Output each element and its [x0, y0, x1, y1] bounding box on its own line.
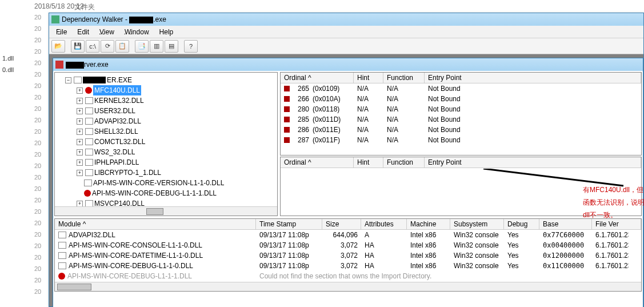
col-hint2[interactable]: Hint: [354, 157, 383, 168]
expand-icon[interactable]: +: [77, 87, 83, 94]
imports-grid[interactable]: Ordinal ^ Hint Function Entry Point 265 …: [280, 72, 642, 156]
menu-view[interactable]: View: [95, 27, 119, 37]
tree-hscrollbar[interactable]: [55, 206, 277, 216]
dependency-tree-pane[interactable]: − ER.EXE+ MFC140U.DLL+ KERNEL32.DLL+ USE…: [54, 72, 278, 216]
col-ts[interactable]: Time Stamp: [256, 219, 322, 229]
col-dbg[interactable]: Debug: [504, 219, 539, 229]
expand-icon[interactable]: +: [77, 149, 83, 156]
menu-edit[interactable]: Edit: [73, 27, 94, 37]
import-row[interactable]: 265 (0x0109)N/AN/ANot Bound: [281, 83, 641, 94]
ordinal-icon: [284, 137, 290, 143]
expand-icon[interactable]: −: [65, 77, 71, 83]
tree-root[interactable]: − ER.EXE: [56, 75, 276, 85]
tree-label: IPHLPAPI.DLL: [94, 157, 139, 168]
help-button[interactable]: ?: [184, 40, 198, 53]
module-icon: [85, 107, 93, 114]
col-hint[interactable]: Hint: [354, 73, 383, 83]
col-module[interactable]: Module ^: [55, 219, 256, 229]
tree-item[interactable]: + COMCTL32.DLL: [56, 137, 276, 147]
tree-item[interactable]: + SHELL32.DLL: [56, 126, 276, 137]
exports-grid[interactable]: Ordinal ^ Hint Function Entry Point: [280, 157, 642, 216]
layout1-button[interactable]: ▥: [150, 40, 163, 53]
expand-icon[interactable]: +: [77, 160, 83, 166]
open-button[interactable]: 📂: [51, 40, 65, 53]
bg-row: 20: [34, 37, 41, 43]
col-size[interactable]: Size: [322, 219, 361, 229]
tree-item[interactable]: + USER32.DLL: [56, 106, 276, 116]
bg-row: 20: [34, 265, 41, 272]
expand-icon[interactable]: +: [77, 118, 83, 125]
col-function2[interactable]: Function: [383, 157, 425, 168]
props-button[interactable]: 📋: [115, 40, 129, 53]
tree-label: LIBCRYPTO-1_1.DLL: [94, 168, 161, 178]
col-ordinal[interactable]: Ordinal ^: [281, 73, 354, 83]
module-row[interactable]: API-MS-WIN-CORE-CONSOLE-L1-1-0.DLL09/13/…: [55, 240, 641, 250]
menu-file[interactable]: File: [51, 27, 71, 37]
bg-row: 20: [34, 128, 41, 135]
import-row[interactable]: 287 (0x011F)N/AN/ANot Bound: [281, 135, 641, 145]
module-list-pane[interactable]: Module ^ Time Stamp Size Attributes Mach…: [54, 218, 642, 292]
expand-icon[interactable]: +: [77, 108, 83, 114]
import-row[interactable]: 280 (0x0118)N/AN/ANot Bound: [281, 104, 641, 114]
module-row[interactable]: API-MS-WIN-CORE-DEBUG-L1-1-1.DLLCould no…: [55, 271, 641, 281]
module-row[interactable]: ADVAPI32.DLL09/13/17 11:08p644,096AIntel…: [55, 230, 641, 240]
tree-item[interactable]: + ADVAPI32.DLL: [56, 116, 276, 126]
tree-label: KERNEL32.DLL: [94, 95, 144, 106]
col-entry2[interactable]: Entry Point: [425, 157, 641, 168]
col-function[interactable]: Function: [383, 73, 425, 83]
module-hscrollbar[interactable]: [55, 282, 641, 291]
col-sub[interactable]: Subsystem: [450, 219, 504, 229]
ordinal-icon: [284, 96, 290, 102]
bg-row: 20: [34, 48, 41, 55]
expand-icon[interactable]: +: [77, 98, 83, 104]
module-icon: [85, 149, 93, 156]
scroll-thumb[interactable]: [146, 208, 163, 215]
tree-item[interactable]: + KERNEL32.DLL: [56, 95, 276, 106]
layout2-button[interactable]: ▤: [165, 40, 178, 53]
cpath-button[interactable]: c:\: [86, 40, 99, 53]
refresh-button[interactable]: ⟳: [101, 40, 114, 53]
bg-row: 20: [34, 185, 41, 192]
expand-icon[interactable]: +: [77, 129, 83, 135]
child-title-bar[interactable]: rver.exe: [53, 58, 643, 71]
import-row[interactable]: 266 (0x010A)N/AN/ANot Bound: [281, 94, 641, 104]
imports-header[interactable]: Ordinal ^ Hint Function Entry Point: [281, 73, 641, 83]
menu-window[interactable]: Window: [120, 27, 154, 37]
tree-item[interactable]: + LIBCRYPTO-1_1.DLL: [56, 168, 276, 178]
title-bar[interactable]: Dependency Walker - .exe: [49, 13, 643, 26]
scroll-thumb[interactable]: [57, 284, 91, 290]
title-text: Dependency Walker - .exe: [62, 15, 166, 23]
tree-label: API-MS-WIN-CORE-DEBUG-L1-1-1.DLL: [92, 188, 217, 198]
tree-label: ADVAPI32.DLL: [94, 116, 141, 126]
tree-label: API-MS-WIN-CORE-VERSION-L1-1-0.DLL: [93, 178, 224, 188]
col-attr[interactable]: Attributes: [361, 219, 407, 229]
module-header[interactable]: Module ^ Time Stamp Size Attributes Mach…: [55, 219, 641, 230]
menu-help[interactable]: Help: [155, 27, 178, 37]
tree-item[interactable]: API-MS-WIN-CORE-VERSION-L1-1-0.DLL: [56, 178, 276, 188]
import-row[interactable]: 286 (0x011E)N/AN/ANot Bound: [281, 125, 641, 135]
bg-row: 20: [34, 25, 41, 32]
background-content: 2018/5/18 20:12 文件夹 1.dll 0.dll 20202020…: [0, 0, 49, 307]
expand-icon[interactable]: +: [77, 139, 83, 145]
expand-icon[interactable]: +: [77, 170, 83, 176]
import-row[interactable]: 285 (0x011D)N/AN/ANot Bound: [281, 114, 641, 125]
col-ordinal2[interactable]: Ordinal ^: [281, 157, 354, 168]
bg-row: 20: [34, 139, 41, 146]
col-entry[interactable]: Entry Point: [425, 73, 641, 83]
col-base[interactable]: Base: [539, 219, 592, 229]
save-button[interactable]: 💾: [71, 40, 85, 53]
tree-item[interactable]: + WS2_32.DLL: [56, 147, 276, 157]
child-window: rver.exe − ER.EXE+ MFC140U.DLL+ KERNEL32…: [53, 58, 643, 307]
col-mach[interactable]: Machine: [407, 219, 450, 229]
copy-button[interactable]: 📑: [135, 40, 149, 53]
expand-icon[interactable]: +: [77, 201, 83, 207]
tree-item[interactable]: API-MS-WIN-CORE-DEBUG-L1-1-1.DLL: [56, 188, 276, 198]
bg-row: 20: [34, 82, 41, 89]
tree-item[interactable]: + MFC140U.DLL: [56, 85, 276, 95]
error-icon: [85, 87, 92, 94]
col-fv[interactable]: File Ver: [592, 219, 641, 229]
exports-header[interactable]: Ordinal ^ Hint Function Entry Point: [281, 157, 641, 168]
tree-item[interactable]: + IPHLPAPI.DLL: [56, 157, 276, 168]
module-row[interactable]: API-MS-WIN-CORE-DATETIME-L1-1-0.DLL09/13…: [55, 250, 641, 261]
module-row[interactable]: API-MS-WIN-CORE-DEBUG-L1-1-0.DLL09/13/17…: [55, 261, 641, 271]
